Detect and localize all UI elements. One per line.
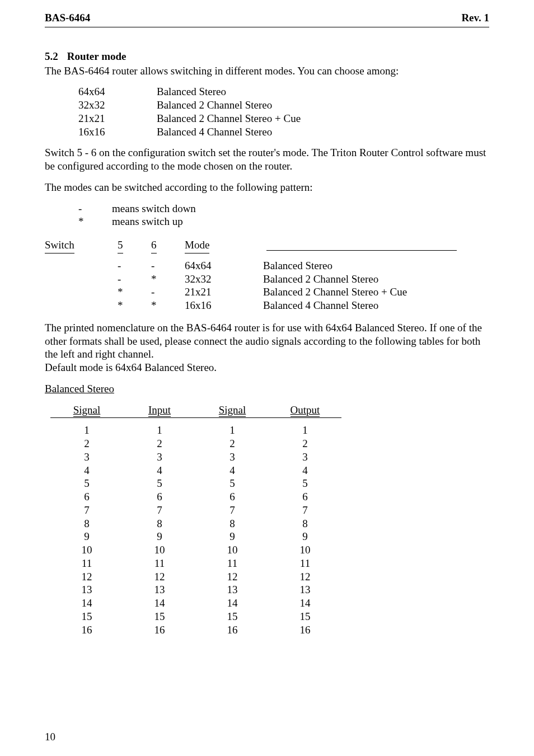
table-cell: 6 [269,490,341,504]
table-cell: 11 [50,557,123,570]
table-cell: 5 [123,477,196,490]
mode-code: 21x21 [78,112,157,125]
table-cell: 7 [123,504,196,517]
page-number: 10 [45,730,55,744]
switch-table: Switch 5 6 Mode --64x64Balanced Stereo-*… [45,238,489,312]
mode-desc: Balanced Stereo [157,85,226,98]
switch-mode: 16x16 [185,299,263,312]
table-cell: 13 [50,583,123,597]
table-cell: 11 [123,557,196,570]
table-cell: 4 [123,464,196,477]
switch-row: --64x64Balanced Stereo [45,259,489,273]
table-cell: 4 [50,464,123,477]
balanced-stereo-table: Signal Input Signal Output 1111222233334… [50,403,489,637]
table-cell: 6 [50,490,123,504]
col-input: Input [148,404,171,417]
switch-mode: 32x32 [185,273,263,286]
switch-desc: Balanced Stereo [263,259,489,273]
legend-symbol: * [78,215,112,228]
table-cell: 3 [269,450,341,464]
switch-col-mode: Mode [185,238,209,253]
table-cell: 12 [196,570,269,584]
switch-desc: Balanced 2 Channel Stereo [263,273,489,286]
switch-cell: - [118,273,151,286]
table-cell: 13 [196,583,269,597]
table-cell: 15 [50,610,123,623]
switch-mode: 64x64 [185,259,263,273]
table-cell: 13 [269,583,341,597]
switch-label: Switch [45,238,74,253]
table-row: 15151515 [50,610,489,623]
switch-col-5: 5 [118,238,123,253]
table-cell: 2 [196,437,269,450]
table-cell: 5 [269,477,341,490]
table-cell: 15 [196,610,269,623]
table-cell: 15 [123,610,196,623]
table-cell: 7 [269,504,341,517]
table-cell: 7 [50,504,123,517]
table-cell: 8 [269,517,341,530]
switch-col-6: 6 [151,238,157,253]
switch-row: *-21x21Balanced 2 Channel Stereo + Cue [45,285,489,299]
table-cell: 3 [196,450,269,464]
table-cell: 5 [50,477,123,490]
mode-code: 16x16 [78,125,157,139]
table-cell: 14 [196,597,269,610]
table-cell: 9 [123,530,196,543]
table-cell: 16 [269,623,341,637]
mode-list-row: 32x32Balanced 2 Channel Stereo [78,98,489,112]
table-cell: 12 [50,570,123,584]
table-row: 16161616 [50,623,489,637]
table-cell: 14 [123,597,196,610]
col-signal-2: Signal [219,404,246,417]
header-right: Rev. 1 [461,11,489,25]
switch-row: -*32x32Balanced 2 Channel Stereo [45,273,489,286]
switch-cell: * [118,285,151,299]
table-cell: 9 [196,530,269,543]
table-cell: 15 [269,610,341,623]
table-cell: 14 [50,597,123,610]
mode-list-row: 16x16Balanced 4 Channel Stereo [78,125,489,139]
table-cell: 10 [269,543,341,557]
header-left: BAS-6464 [45,11,90,25]
legend-symbol: - [78,202,112,215]
table-row: 10101010 [50,543,489,557]
table-cell: 11 [196,557,269,570]
switch-mode: 21x21 [185,285,263,299]
switch-cell: * [151,299,185,312]
table-cell: 14 [269,597,341,610]
legend-list: -means switch down*means switch up [78,202,489,229]
switch-header-line [266,250,457,251]
default-mode-paragraph: Default mode is 64x64 Balanced Stereo. [45,361,489,374]
legend-desc: means switch down [112,202,196,215]
table-row: 13131313 [50,583,489,597]
legend-row: -means switch down [78,202,489,215]
col-output: Output [291,404,320,417]
table-cell: 4 [269,464,341,477]
col-signal-1: Signal [73,404,101,417]
table-cell: 3 [123,450,196,464]
mode-desc: Balanced 2 Channel Stereo + Cue [157,112,301,125]
switch-cell: - [151,259,185,273]
table-cell: 9 [269,530,341,543]
switch-cell: - [118,259,151,273]
table-cell: 5 [196,477,269,490]
intro-paragraph: The BAS-6464 router allows switching in … [45,64,489,78]
table-cell: 2 [123,437,196,450]
table-cell: 10 [50,543,123,557]
mode-code: 32x32 [78,98,157,112]
switch-cell: * [118,299,151,312]
switch-cell: * [151,273,185,286]
table-cell: 16 [123,623,196,637]
table-cell: 12 [269,570,341,584]
balanced-stereo-heading: Balanced Stereo [45,383,114,395]
mode-list: 64x64Balanced Stereo32x32Balanced 2 Chan… [78,85,489,138]
mode-desc: Balanced 4 Channel Stereo [157,125,272,139]
section-number: 5.2 [45,50,58,63]
mode-list-row: 21x21Balanced 2 Channel Stereo + Cue [78,112,489,125]
switch-desc: Balanced 2 Channel Stereo + Cue [263,285,489,299]
table-cell: 1 [196,424,269,437]
table-row: 3333 [50,450,489,464]
page-header: BAS-6464 Rev. 1 [45,11,489,27]
table-cell: 10 [196,543,269,557]
